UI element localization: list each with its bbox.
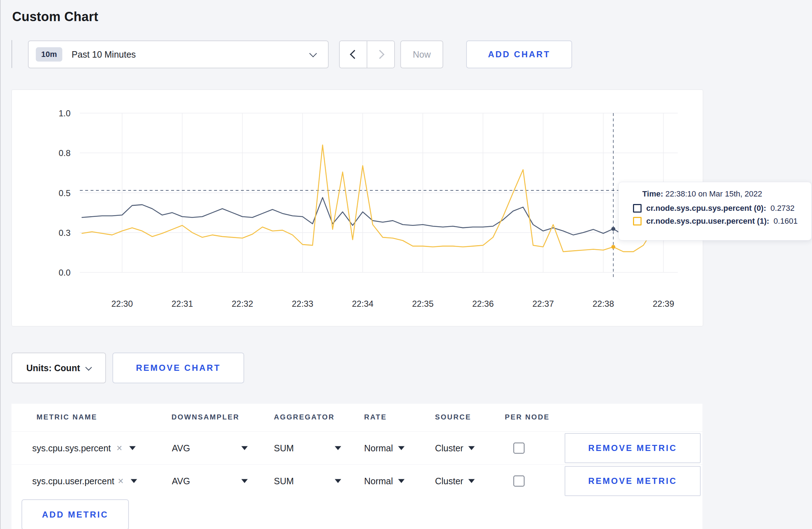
tooltip-series-row: cr.node.sys.cpu.user.percent (1): 0.1601: [633, 217, 811, 226]
chevron-down-icon: [309, 49, 317, 57]
svg-text:0.3: 0.3: [59, 228, 71, 238]
rate-value: Normal: [364, 476, 393, 486]
caret-down-icon: [241, 446, 248, 450]
column-header-rate: RATE: [364, 413, 387, 421]
metric-name-value: sys.cpu.user.percent: [32, 476, 114, 486]
chevron-right-icon: [375, 50, 384, 59]
chart-card: 0.00.30.50.81.022:3022:3122:3222:3322:34…: [11, 89, 703, 326]
next-time-button[interactable]: [367, 41, 394, 68]
tooltip-series-label: cr.node.sys.cpu.sys.percent (0):: [646, 204, 766, 213]
clear-metric-icon[interactable]: ×: [117, 443, 122, 453]
svg-text:22:32: 22:32: [232, 299, 253, 309]
aggregator-select[interactable]: SUM: [274, 443, 341, 453]
svg-text:22:37: 22:37: [532, 299, 554, 309]
remove-chart-button[interactable]: REMOVE CHART: [112, 353, 244, 383]
page-title: Custom Chart: [12, 9, 98, 24]
table-row: sys.cpu.user.percent × AVG SUM Normal Cl…: [11, 464, 702, 498]
svg-text:22:31: 22:31: [171, 299, 193, 309]
caret-down-icon: [241, 479, 248, 483]
svg-text:22:35: 22:35: [412, 299, 434, 309]
svg-text:22:34: 22:34: [352, 299, 373, 309]
rate-value: Normal: [364, 443, 393, 453]
caret-down-icon: [129, 446, 136, 450]
svg-text:1.0: 1.0: [59, 108, 71, 118]
rate-select[interactable]: Normal: [364, 476, 405, 486]
tooltip-time-label: Time:: [642, 189, 663, 198]
custom-chart-page: Custom Chart 10m Past 10 Minutes Now ADD…: [0, 0, 812, 529]
remove-metric-button[interactable]: REMOVE METRIC: [565, 466, 701, 496]
svg-text:22:38: 22:38: [593, 299, 614, 309]
aggregator-value: SUM: [274, 476, 294, 486]
source-select[interactable]: Cluster: [435, 443, 475, 453]
tooltip-time: Time: 22:38:10 on Mar 15th, 2022: [642, 189, 811, 199]
caret-down-icon: [335, 446, 341, 450]
chevron-down-icon: [86, 364, 92, 370]
downsampler-select[interactable]: AVG: [172, 476, 248, 486]
tooltip-series-row: cr.node.sys.cpu.sys.percent (0): 0.2732: [633, 204, 811, 213]
caret-down-icon: [131, 479, 137, 483]
svg-text:0.8: 0.8: [59, 148, 71, 158]
caret-down-icon: [468, 446, 475, 450]
column-header-metric-name: METRIC NAME: [37, 413, 97, 421]
remove-metric-button[interactable]: REMOVE METRIC: [565, 433, 701, 463]
svg-text:22:39: 22:39: [653, 299, 674, 309]
tooltip-series-value: 0.2732: [770, 204, 794, 213]
chevron-left-icon: [350, 50, 359, 59]
downsampler-value: AVG: [172, 476, 190, 486]
caret-down-icon: [468, 479, 475, 483]
tooltip-series-value: 0.1601: [774, 217, 798, 226]
column-header-aggregator: AGGREGATOR: [274, 413, 335, 421]
caret-down-icon: [335, 479, 341, 483]
sys-series-swatch-icon: [633, 204, 642, 213]
metric-name-select[interactable]: sys.cpu.user.percent ×: [32, 476, 137, 486]
per-node-checkbox[interactable]: [513, 476, 525, 487]
caret-down-icon: [398, 446, 405, 450]
time-range-badge: 10m: [36, 47, 62, 62]
time-range-label: Past 10 Minutes: [72, 49, 136, 60]
svg-text:22:33: 22:33: [292, 299, 313, 309]
time-range-dropdown[interactable]: 10m Past 10 Minutes: [28, 40, 329, 68]
units-dropdown[interactable]: Units: Count: [11, 353, 106, 383]
units-label: Units: Count: [26, 363, 80, 373]
table-row: sys.cpu.sys.percent × AVG SUM Normal Clu…: [11, 431, 702, 465]
clear-metric-icon[interactable]: ×: [118, 476, 124, 486]
caret-down-icon: [398, 479, 405, 483]
downsampler-value: AVG: [172, 443, 190, 453]
tooltip-time-value: 22:38:10 on Mar 15th, 2022: [665, 189, 762, 198]
toolbar-divider: [11, 40, 12, 68]
rate-select[interactable]: Normal: [364, 443, 405, 453]
tooltip-series-label: cr.node.sys.cpu.user.percent (1):: [646, 217, 769, 226]
chart-tooltip: Time: 22:38:10 on Mar 15th, 2022 cr.node…: [618, 182, 812, 241]
column-header-per-node: PER NODE: [505, 413, 550, 421]
time-pager: [339, 40, 395, 68]
column-header-downsampler: DOWNSAMPLER: [171, 413, 240, 421]
svg-text:22:36: 22:36: [472, 299, 494, 309]
metric-name-value: sys.cpu.sys.percent: [32, 443, 111, 453]
metric-name-select[interactable]: sys.cpu.sys.percent ×: [32, 443, 136, 453]
user-series-swatch-icon: [633, 217, 642, 225]
downsampler-select[interactable]: AVG: [172, 443, 248, 453]
prev-time-button[interactable]: [340, 41, 367, 68]
chart-svg[interactable]: 0.00.30.50.81.022:3022:3122:3222:3322:34…: [12, 90, 703, 326]
per-node-checkbox[interactable]: [513, 443, 525, 454]
aggregator-select[interactable]: SUM: [274, 476, 341, 486]
svg-text:0.0: 0.0: [59, 268, 71, 277]
column-header-source: SOURCE: [435, 413, 471, 421]
add-metric-button[interactable]: ADD METRIC: [21, 499, 129, 529]
svg-text:22:30: 22:30: [111, 299, 133, 309]
svg-text:0.5: 0.5: [59, 188, 71, 198]
source-value: Cluster: [435, 443, 463, 453]
add-chart-button[interactable]: ADD CHART: [466, 40, 572, 68]
source-value: Cluster: [435, 476, 463, 486]
source-select[interactable]: Cluster: [435, 476, 475, 486]
now-button[interactable]: Now: [400, 40, 443, 68]
aggregator-value: SUM: [274, 443, 294, 453]
